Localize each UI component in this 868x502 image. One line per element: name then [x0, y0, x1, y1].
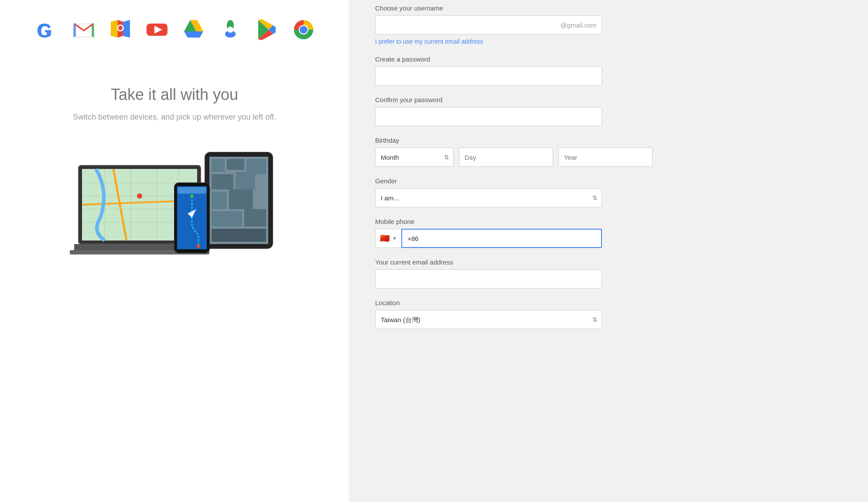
password-group: Create a password	[375, 55, 602, 86]
svg-rect-36	[227, 159, 244, 170]
svg-text:G: G	[38, 21, 51, 41]
svg-rect-44	[212, 229, 266, 242]
svg-rect-43	[244, 209, 266, 227]
svg-point-22	[227, 27, 233, 33]
svg-rect-39	[236, 172, 255, 189]
username-suffix: @gmail.com	[560, 21, 597, 29]
mobile-phone-group: Mobile phone 🇨🇳 ▼	[375, 218, 602, 248]
day-input[interactable]	[459, 148, 553, 167]
svg-rect-48	[178, 187, 206, 193]
svg-marker-17	[184, 31, 203, 38]
google-app-icons: G G	[35, 17, 316, 42]
country-flag: 🇨🇳	[380, 234, 390, 243]
chrome-icon	[291, 17, 316, 42]
prefer-email-link[interactable]: I prefer to use my current email address	[375, 38, 602, 45]
svg-point-29	[137, 193, 142, 199]
svg-rect-35	[212, 159, 225, 172]
devices-illustration	[70, 139, 279, 279]
left-panel: G G	[0, 0, 349, 502]
email-group: Your current email address	[375, 258, 602, 289]
confirm-password-label: Confirm your password	[375, 96, 602, 103]
svg-rect-38	[212, 174, 233, 189]
youtube-icon	[145, 17, 169, 42]
birthday-row: Month January February March April May J…	[375, 148, 602, 167]
year-input[interactable]	[558, 148, 653, 167]
photos-icon	[218, 17, 243, 42]
country-dropdown-arrow: ▼	[392, 236, 397, 241]
promo-title: Take it all with you	[70, 86, 279, 104]
svg-point-25	[300, 26, 308, 34]
password-label: Create a password	[375, 55, 602, 63]
mobile-phone-row: 🇨🇳 ▼	[375, 229, 602, 248]
svg-marker-10	[123, 20, 130, 38]
svg-marker-8	[111, 20, 118, 38]
svg-rect-40	[212, 192, 227, 209]
gmail-icon	[72, 17, 96, 42]
confirm-password-input[interactable]	[375, 107, 602, 126]
phone-input[interactable]	[401, 229, 602, 248]
username-group: Choose your username @gmail.com I prefer…	[375, 4, 602, 45]
svg-rect-37	[246, 159, 266, 174]
gender-select[interactable]: I am... Male Female Rather not say Custo…	[375, 188, 602, 207]
mobile-label: Mobile phone	[375, 218, 602, 225]
maps-icon	[108, 17, 133, 42]
svg-rect-41	[229, 189, 253, 209]
signup-form: Choose your username @gmail.com I prefer…	[375, 4, 602, 329]
promo-section: Take it all with you Switch between devi…	[70, 86, 279, 279]
confirm-password-group: Confirm your password	[375, 96, 602, 126]
promo-subtitle: Switch between devices, and pick up wher…	[70, 113, 279, 122]
username-label: Choose your username	[375, 4, 602, 12]
location-select-wrapper: Taiwan (台灣) China (中国) United States Jap…	[375, 310, 602, 329]
location-label: Location	[375, 299, 602, 306]
svg-point-50	[197, 244, 200, 248]
gender-select-wrapper: I am... Male Female Rather not say Custo…	[375, 188, 602, 207]
country-code-button[interactable]: 🇨🇳 ▼	[375, 229, 401, 248]
location-select[interactable]: Taiwan (台灣) China (中国) United States Jap…	[375, 310, 602, 329]
right-panel: Choose your username @gmail.com I prefer…	[349, 0, 868, 502]
location-group: Location Taiwan (台灣) China (中国) United S…	[375, 299, 602, 329]
birthday-label: Birthday	[375, 137, 602, 144]
gender-label: Gender	[375, 177, 602, 185]
username-wrapper: @gmail.com	[375, 15, 602, 34]
gender-group: Gender I am... Male Female Rather not sa…	[375, 177, 602, 207]
month-select-wrapper: Month January February March April May J…	[375, 148, 454, 167]
password-input[interactable]	[375, 66, 602, 86]
google-icon: G G	[35, 17, 59, 42]
month-select[interactable]: Month January February March April May J…	[375, 148, 454, 167]
birthday-group: Birthday Month January February March Ap…	[375, 137, 602, 167]
svg-point-12	[118, 26, 123, 30]
drive-icon	[181, 17, 206, 42]
play-icon	[255, 17, 279, 42]
svg-rect-42	[212, 211, 242, 227]
email-input[interactable]	[375, 269, 602, 289]
svg-point-49	[190, 194, 194, 198]
email-label: Your current email address	[375, 258, 602, 266]
